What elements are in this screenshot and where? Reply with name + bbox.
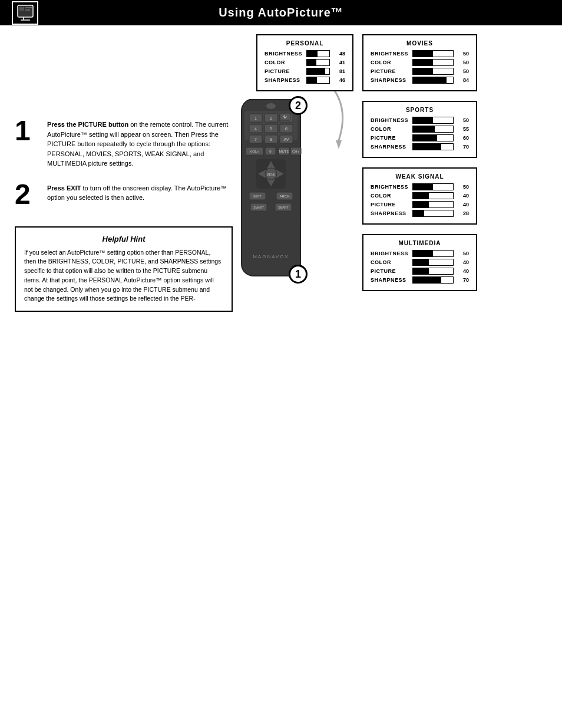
setting-label: PICTURE	[371, 268, 409, 274]
setting-bar-container	[412, 134, 454, 141]
movies-rows: BRIGHTNESS50COLOR50PICTURE50SHARPNESS84	[371, 50, 469, 84]
setting-value: 50	[457, 117, 469, 123]
remote-section: 2 1 1 2 3	[233, 99, 309, 301]
setting-label: PICTURE	[371, 135, 409, 141]
step-2-text: Press EXIT to turn off the onscreen disp…	[47, 180, 233, 209]
setting-row: BRIGHTNESS50	[371, 50, 469, 57]
hint-text: If you select an AutoPicture™ setting op…	[24, 248, 223, 304]
setting-bar	[413, 135, 437, 141]
personal-panel: PERSONAL BRIGHTNESS48COLOR41PICTURE81SHA…	[256, 34, 353, 91]
setting-bar-container	[306, 59, 330, 66]
setting-value: 50	[457, 51, 469, 57]
setting-row: BRIGHTNESS48	[265, 50, 345, 57]
setting-value: 81	[333, 68, 345, 74]
svg-text:7: 7	[254, 137, 257, 141]
step-1-label-circle: 1	[289, 265, 308, 284]
setting-bar	[307, 60, 316, 65]
setting-value: 40	[457, 259, 469, 265]
step-1-text: Press the PICTURE button on the remote c…	[47, 117, 233, 169]
step-2-bold: Press EXIT	[47, 185, 81, 192]
setting-row: COLOR40	[371, 259, 469, 266]
setting-value: 28	[457, 210, 469, 216]
setting-value: 40	[457, 202, 469, 207]
setting-row: SHARPNESS28	[371, 210, 469, 217]
setting-row: PICTURE40	[371, 268, 469, 275]
svg-text:VOL+: VOL+	[250, 150, 259, 153]
setting-bar	[413, 77, 447, 83]
setting-value: 50	[457, 251, 469, 256]
step-1-number: 1	[15, 117, 41, 169]
setting-value: 50	[457, 184, 469, 190]
setting-bar	[413, 144, 441, 150]
setting-label: PICTURE	[371, 202, 409, 207]
svg-text:6: 6	[285, 127, 287, 131]
setting-label: BRIGHTNESS	[371, 251, 409, 256]
setting-bar-container	[412, 276, 454, 284]
setting-label: PICTURE	[265, 68, 303, 74]
hint-title: Helpful Hint	[24, 235, 223, 243]
setting-bar-container	[412, 201, 454, 208]
personal-title: PERSONAL	[265, 40, 345, 47]
setting-label: SHARPNESS	[265, 77, 303, 83]
setting-bar	[307, 77, 317, 83]
setting-label: BRIGHTNESS	[371, 184, 409, 190]
setting-row: SHARPNESS46	[265, 77, 345, 84]
setting-label: COLOR	[371, 126, 409, 132]
setting-bar-container	[412, 183, 454, 190]
setting-value: 50	[457, 68, 469, 74]
setting-bar-container	[412, 68, 454, 75]
setting-value: 60	[457, 135, 469, 141]
svg-text:8: 8	[270, 137, 272, 141]
setting-row: PICTURE40	[371, 201, 469, 208]
setting-label: COLOR	[371, 193, 409, 199]
svg-text:2: 2	[270, 116, 272, 120]
setting-row: BRIGHTNESS50	[371, 250, 469, 257]
setting-bar	[413, 184, 433, 190]
setting-bar	[307, 51, 318, 57]
setting-bar	[413, 126, 435, 132]
setting-bar	[413, 68, 433, 74]
svg-text:MENU: MENU	[267, 173, 276, 176]
setting-row: BRIGHTNESS50	[371, 117, 469, 124]
setting-bar	[413, 277, 441, 283]
setting-bar	[307, 68, 325, 74]
multimedia-panel: MULTIMEDIA BRIGHTNESS50COLOR40PICTURE40S…	[362, 234, 477, 291]
svg-text:5: 5	[270, 127, 272, 131]
setting-bar-container	[306, 50, 330, 57]
svg-text:SMART: SMART	[253, 206, 263, 209]
setting-row: PICTURE60	[371, 134, 469, 141]
setting-value: 70	[457, 277, 469, 283]
step-2-number: 2	[15, 180, 41, 209]
setting-value: 46	[333, 77, 345, 83]
step-1: 1 Press the PICTURE button on the remote…	[15, 117, 233, 169]
setting-bar-container	[412, 143, 454, 150]
page-body: 1 Press the PICTURE button on the remote…	[0, 25, 562, 321]
setting-bar	[413, 202, 429, 207]
setting-label: PICTURE	[371, 68, 409, 74]
setting-bar-container	[412, 210, 454, 217]
hint-box: Helpful Hint If you select an AutoPictur…	[15, 226, 233, 312]
setting-bar	[413, 268, 429, 274]
setting-bar-container	[412, 250, 454, 257]
header-icon	[12, 1, 38, 25]
left-column: 1 Press the PICTURE button on the remote…	[15, 34, 233, 312]
svg-rect-4	[25, 9, 30, 11]
setting-bar	[413, 117, 433, 123]
setting-bar-container	[412, 192, 454, 199]
setting-bar-container	[412, 259, 454, 266]
setting-bar	[413, 60, 433, 65]
setting-bar-container	[412, 268, 454, 275]
setting-label: SHARPNESS	[371, 77, 409, 83]
svg-text:ARCH: ARCH	[279, 195, 289, 198]
right-column: PERSONAL BRIGHTNESS48COLOR41PICTURE81SHA…	[233, 34, 547, 312]
setting-label: BRIGHTNESS	[265, 51, 303, 57]
setting-row: BRIGHTNESS50	[371, 183, 469, 190]
setting-bar-container	[412, 117, 454, 124]
setting-label: COLOR	[265, 60, 303, 65]
setting-bar	[413, 210, 424, 216]
setting-row: SHARPNESS84	[371, 77, 469, 84]
svg-marker-7	[336, 140, 342, 149]
svg-text:⏻: ⏻	[283, 115, 287, 118]
setting-row: SHARPNESS70	[371, 143, 469, 150]
setting-bar	[413, 251, 433, 256]
